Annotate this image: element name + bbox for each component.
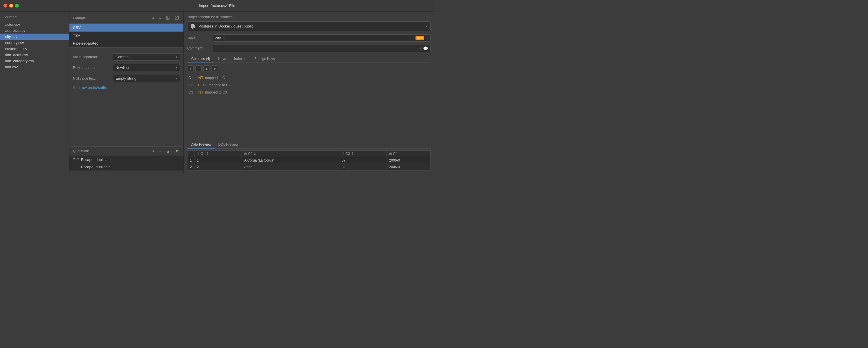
source-item-city-csv[interactable]: city.csv	[0, 34, 69, 40]
value-separator-label: Value separator:	[73, 55, 111, 59]
table-icon: ⊞	[244, 152, 248, 156]
maximize-button[interactable]	[15, 4, 19, 7]
comment-icon[interactable]: 💬	[423, 46, 428, 51]
format-item-tsv[interactable]: TSV	[69, 32, 183, 39]
row-1-c4: 2006-0	[386, 164, 430, 171]
col-id-c1: C1	[188, 76, 195, 80]
schema-select[interactable]: 🐘 Postgres in Docker / guest.public ▾	[187, 22, 431, 31]
col-type-c2: TEXT	[197, 83, 207, 87]
source-item-address-csv[interactable]: address.csv	[0, 28, 69, 34]
row-num-header	[187, 150, 194, 157]
table-row: 1 1 A Corua (La Corua) 87 2006-0	[187, 157, 431, 164]
source-item-film-csv[interactable]: film.csv	[0, 64, 69, 70]
col-header-c4[interactable]: ⊞ C4	[386, 150, 430, 157]
data-preview-table: ⊞ C1 ⇕ ⊞ C2 ⇕ ⊞ C3 ⇕ ⊞ C4	[187, 150, 431, 171]
tab-indexes[interactable]: Indexes	[230, 55, 250, 62]
remove-format-button[interactable]: −	[158, 16, 163, 21]
add-prefix-link[interactable]: Add row prefix/suffix	[73, 84, 107, 91]
null-value-value: Empty string	[116, 76, 136, 81]
sources-label: Sources:	[0, 15, 69, 22]
copy-format-button[interactable]	[165, 15, 171, 21]
format-item-csv[interactable]: CSV	[69, 24, 183, 32]
column-row-c3[interactable]: C3 INT mapped to C3	[187, 89, 431, 96]
chevron-down-icon: ▾	[176, 66, 177, 69]
remove-column-button[interactable]: −	[195, 65, 202, 72]
column-row-c2[interactable]: C2 TEXT mapped to C2	[187, 81, 431, 89]
row-1-c1: 2	[194, 164, 242, 171]
add-format-button[interactable]: +	[151, 16, 156, 21]
source-item-film-actor-csv[interactable]: film_actor.csv	[0, 52, 69, 58]
comment-label: Comment:	[187, 46, 210, 50]
tab-foreign-keys[interactable]: Foreign Keys	[250, 55, 279, 62]
move-down-quotation-button[interactable]: ▼	[174, 148, 180, 154]
window-title: Import "actor.csv" File	[199, 3, 235, 8]
col-header-c3[interactable]: ⊞ C3 ⇕	[339, 150, 386, 157]
postgres-icon: 🐘	[190, 24, 196, 29]
svg-rect-33	[167, 16, 170, 19]
escape-label-0: Escape: duplicate	[81, 157, 111, 162]
table-setting-row: Table: city_1 New ▾	[187, 34, 431, 42]
chevron-down-icon: ▾	[176, 55, 177, 58]
tab-columns[interactable]: Columns (4)	[187, 55, 214, 62]
remove-quotation-button[interactable]: −	[158, 148, 163, 154]
close-quote: "	[77, 157, 79, 162]
source-name: actor.csv	[5, 22, 20, 27]
add-quotation-button[interactable]: +	[151, 148, 156, 154]
column-row-c1[interactable]: C1 INT mapped to C1	[187, 74, 431, 81]
value-separator-select[interactable]: Comma ▾	[113, 53, 180, 60]
source-name: film_actor.csv	[5, 53, 28, 57]
expand-icon[interactable]: ⤢	[419, 46, 422, 50]
right-panel: Target schema for all sources: 🐘 Postgre…	[184, 11, 434, 174]
quotation-item-0[interactable]: " " Escape: duplicate	[69, 156, 183, 163]
row-1-c3: 82	[339, 164, 386, 171]
col-header-c2[interactable]: ⊞ C2 ⇕	[242, 150, 339, 157]
save-format-button[interactable]	[174, 15, 180, 21]
close-button[interactable]	[3, 4, 7, 7]
escape-label-1: Escape: duplicate	[81, 165, 111, 169]
schema-select-left: 🐘 Postgres in Docker / guest.public	[190, 24, 253, 29]
source-item-actor-csv[interactable]: actor.csv	[0, 22, 69, 28]
minimize-button[interactable]	[9, 4, 13, 7]
move-up-quotation-button[interactable]: ▲	[165, 148, 171, 154]
row-number: 2	[187, 164, 194, 171]
columns-tabs-bar: Columns (4) Keys Indexes Foreign Keys	[187, 55, 431, 63]
move-down-column-button[interactable]: ▼	[212, 65, 218, 72]
tab-data-preview[interactable]: Data Preview	[187, 141, 215, 148]
row-0-c4: 2006-0	[386, 157, 430, 164]
null-value-select[interactable]: Empty string ▾	[113, 75, 180, 82]
source-name: address.csv	[5, 28, 25, 33]
quotation-item-1[interactable]: ' ' Escape: duplicate	[69, 163, 183, 171]
add-column-button[interactable]: +	[187, 65, 193, 72]
row-number: 1	[187, 157, 194, 164]
columns-list: C1 INT mapped to C1 C2 TEXT mapped to C2…	[187, 74, 431, 138]
format-item-pipe[interactable]: Pipe-separated	[69, 39, 183, 47]
quotation-header: Quotation: + − ▲ ▼	[69, 146, 183, 156]
main-content: Sources: actor.csv address.csv city.csv …	[0, 11, 434, 174]
col-mapped-c2: mapped to C2	[209, 83, 230, 87]
value-separator-value: Comma	[116, 55, 129, 59]
source-name: film_category.csv	[5, 59, 34, 63]
row-separator-select[interactable]: Newline ▾	[113, 64, 180, 71]
table-input-area[interactable]: city_1 New ▾	[213, 34, 431, 42]
columns-toolbar: + − ▲ ▼	[187, 65, 431, 72]
move-up-column-button[interactable]: ▲	[204, 65, 210, 72]
settings-area: Value separator: Comma ▾ Row separator: …	[69, 51, 183, 144]
col-header-c1[interactable]: ⊞ C1 ⇕	[194, 150, 242, 157]
schema-value: Postgres in Docker / guest.public	[198, 24, 253, 28]
svg-rect-35	[176, 16, 177, 18]
source-item-country-csv[interactable]: country.csv	[0, 40, 69, 46]
comment-input[interactable]: ⤢ 💬	[213, 45, 431, 52]
open-quote: "	[73, 157, 75, 162]
titlebar: Import "actor.csv" File	[0, 0, 434, 11]
quotation-section: Quotation: + − ▲ ▼ " " Escape: duplicate…	[69, 146, 183, 171]
tab-keys[interactable]: Keys	[214, 55, 230, 62]
chevron-down-icon: ▾	[426, 25, 427, 28]
row-0-c3: 87	[339, 157, 386, 164]
col-type-c3: INT	[197, 90, 204, 94]
tab-ddl-preview[interactable]: DDL Preview	[215, 141, 242, 148]
row-1-c2: Abha	[242, 164, 339, 171]
source-item-customer-csv[interactable]: customer.csv	[0, 46, 69, 52]
source-name: customer.csv	[5, 47, 27, 51]
formats-header: Formats: + −	[69, 15, 183, 24]
source-item-film-category-csv[interactable]: film_category.csv	[0, 58, 69, 64]
